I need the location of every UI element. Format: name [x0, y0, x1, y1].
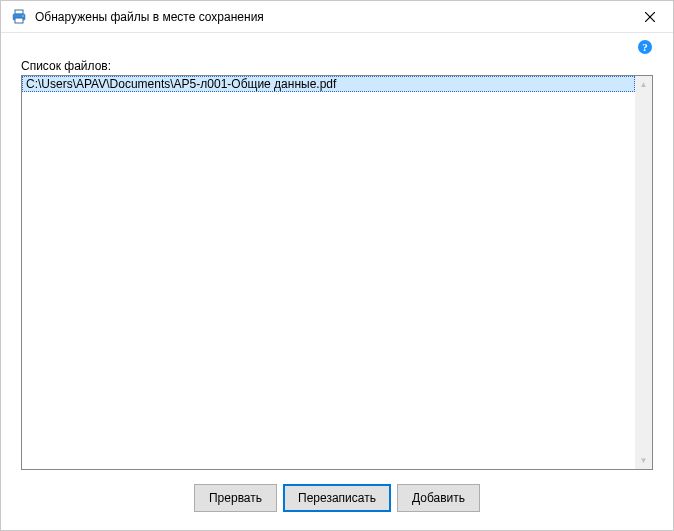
file-list-label: Список файлов:: [21, 59, 653, 73]
append-button[interactable]: Добавить: [397, 484, 480, 512]
svg-point-3: [22, 15, 24, 17]
svg-text:?: ?: [642, 41, 648, 53]
dialog-window: Обнаружены файлы в месте сохранения ? Сп…: [0, 0, 674, 531]
help-row: ?: [1, 33, 673, 55]
overwrite-button[interactable]: Перезаписать: [283, 484, 391, 512]
content-area: Список файлов: C:\Users\APAV\Documents\А…: [1, 55, 673, 470]
svg-rect-0: [15, 10, 23, 14]
button-row: Прервать Перезаписать Добавить: [1, 470, 673, 530]
file-listbox[interactable]: C:\Users\APAV\Documents\АР5-л001-Общие д…: [21, 75, 653, 470]
svg-rect-2: [15, 18, 23, 23]
scrollbar[interactable]: ▲ ▼: [635, 76, 652, 469]
abort-button[interactable]: Прервать: [194, 484, 277, 512]
scroll-up-icon[interactable]: ▲: [635, 76, 652, 93]
window-title: Обнаружены файлы в месте сохранения: [35, 10, 635, 24]
scroll-down-icon[interactable]: ▼: [635, 452, 652, 469]
titlebar: Обнаружены файлы в месте сохранения: [1, 1, 673, 33]
help-icon[interactable]: ?: [637, 39, 653, 55]
printer-icon: [11, 9, 27, 25]
close-button[interactable]: [635, 5, 665, 29]
file-list-inner: C:\Users\APAV\Documents\АР5-л001-Общие д…: [22, 76, 635, 469]
scroll-track[interactable]: [635, 93, 652, 452]
list-item[interactable]: C:\Users\APAV\Documents\АР5-л001-Общие д…: [22, 76, 635, 92]
